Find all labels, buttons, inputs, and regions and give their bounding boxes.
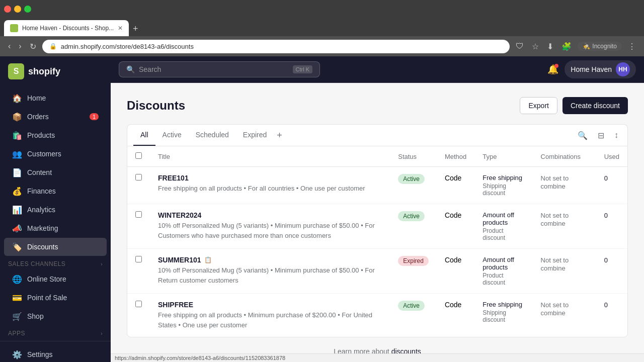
status-url: https://admin.shopify.com/store/de8143-a… — [115, 355, 285, 361]
type-main: Free shipping — [482, 174, 524, 182]
used-cell: 0 — [596, 249, 627, 294]
filter-button[interactable]: ⊟ — [595, 128, 607, 143]
search-filter-button[interactable]: 🔍 — [575, 128, 591, 143]
combinations-cell: Not set to combine — [533, 249, 596, 294]
type-sub: Product discount — [482, 227, 524, 241]
row-checkbox[interactable] — [135, 256, 142, 262]
sidebar-item-settings[interactable]: ⚙️ Settings — [4, 345, 107, 362]
method-cell: Code — [437, 204, 474, 249]
tab-scheduled[interactable]: Scheduled — [189, 125, 236, 146]
back-button[interactable]: ‹ — [6, 40, 13, 53]
sidebar-nav: 🏠 Home 📦 Orders 1 🛍️ Products 👥 Customer… — [0, 86, 111, 341]
discount-title: SHIPFREE — [158, 301, 382, 309]
refresh-button[interactable]: ↻ — [28, 40, 38, 53]
address-input[interactable]: 🔒 admin.shopify.com/store/de8143-a6/disc… — [42, 40, 510, 53]
download-icon[interactable]: ⬇ — [545, 40, 555, 53]
more-options-icon[interactable]: ⋮ — [626, 40, 638, 53]
row-checkbox[interactable] — [135, 174, 142, 180]
sidebar-item-shop[interactable]: 🛒 Shop — [4, 307, 107, 325]
create-discount-button[interactable]: Create discount — [562, 97, 628, 114]
sidebar-item-point-of-sale[interactable]: 💳 Point of Sale — [4, 289, 107, 307]
method-cell: Code — [437, 249, 474, 294]
sales-channels-section: Sales channels › — [0, 256, 111, 269]
tab-active[interactable]: Active — [155, 125, 189, 146]
finances-icon: 💰 — [12, 186, 22, 196]
tab-expired[interactable]: Expired — [236, 125, 274, 146]
search-shortcut-badge: Ctrl K — [293, 65, 313, 73]
analytics-icon: 📊 — [12, 205, 22, 215]
table-row[interactable]: WINTER2024 10% off Personalized Mug (5 v… — [127, 204, 627, 249]
shield-icon[interactable]: 🛡 — [514, 40, 526, 53]
used-count: 0 — [604, 212, 608, 219]
table-row[interactable]: SUMMER101 📋 10% off Personalized Mug (5 … — [127, 249, 627, 294]
new-tab-button[interactable]: + — [129, 22, 142, 36]
discounts-link[interactable]: discounts — [391, 347, 421, 353]
discounts-table-inner: Title Status Method Type Combinations Us… — [127, 146, 627, 337]
title-cell: SUMMER101 📋 10% off Personalized Mug (5 … — [150, 249, 390, 294]
sidebar-item-marketing[interactable]: 📣 Marketing — [4, 219, 107, 237]
sidebar-item-finances[interactable]: 💰 Finances — [4, 182, 107, 200]
table-row[interactable]: FREE101 Free shipping on all products • … — [127, 167, 627, 204]
page-header: Discounts Export Create discount — [127, 97, 628, 114]
notification-dot — [554, 64, 558, 68]
forward-button[interactable]: › — [17, 40, 23, 53]
notifications-button[interactable]: 🔔 — [547, 64, 558, 75]
combinations-value: Not set to combine — [541, 301, 569, 317]
used-count: 0 — [604, 174, 608, 182]
sidebar-item-label: Orders — [27, 113, 49, 121]
export-button[interactable]: Export — [520, 97, 557, 114]
used-count: 0 — [604, 256, 608, 264]
sidebar-item-label: Discounts — [27, 243, 58, 251]
combinations-value: Not set to combine — [541, 174, 569, 190]
star-icon[interactable]: ☆ — [530, 40, 541, 53]
discount-title: FREE101 — [158, 174, 382, 182]
minimize-window-button[interactable] — [14, 6, 21, 13]
sort-button[interactable]: ↕ — [611, 128, 621, 143]
add-filter-tab-button[interactable]: + — [274, 126, 285, 145]
method-cell: Code — [437, 294, 474, 337]
combinations-header: Combinations — [533, 146, 596, 167]
sidebar-item-content[interactable]: 📄 Content — [4, 163, 107, 182]
title-header: Title — [150, 146, 390, 167]
sidebar-item-label: Home — [27, 94, 46, 102]
shopify-icon: S — [8, 63, 24, 79]
maximize-window-button[interactable] — [24, 6, 31, 13]
incognito-icon: 🕵 — [583, 43, 590, 50]
extension-icon[interactable]: 🧩 — [559, 40, 574, 53]
used-cell: 0 — [596, 204, 627, 249]
select-all-checkbox[interactable] — [135, 152, 142, 159]
tab-all[interactable]: All — [133, 125, 155, 146]
sidebar-header: S shopify — [0, 56, 111, 86]
row-checkbox[interactable] — [135, 301, 142, 307]
products-icon: 🛍️ — [12, 130, 22, 140]
method-value: Code — [445, 211, 461, 219]
title-cell: FREE101 Free shipping on all products • … — [150, 167, 390, 204]
pos-icon: 💳 — [12, 293, 22, 303]
shopify-logo[interactable]: S shopify — [8, 63, 60, 79]
status-badge: Active — [398, 174, 425, 184]
title-cell: WINTER2024 10% off Personalized Mug (5 v… — [150, 204, 390, 249]
incognito-label: Incognito — [592, 43, 617, 50]
table-row[interactable]: SHIPFREE Free shipping on all products •… — [127, 294, 627, 337]
type-cell: Free shipping Shipping discount — [474, 294, 532, 337]
lock-icon: 🔒 — [49, 43, 57, 50]
combinations-value: Not set to combine — [541, 212, 569, 227]
copy-icon[interactable]: 📋 — [204, 256, 212, 263]
customers-icon: 👥 — [12, 149, 22, 159]
sidebar-item-label: Online Store — [27, 275, 66, 283]
sidebar-item-products[interactable]: 🛍️ Products — [4, 126, 107, 144]
sidebar-item-online-store[interactable]: 🌐 Online Store — [4, 270, 107, 288]
sidebar-item-discounts[interactable]: 🏷️ Discounts — [4, 238, 107, 256]
tab-close-icon[interactable]: ✕ — [118, 25, 123, 32]
row-checkbox[interactable] — [135, 211, 142, 218]
filter-tab-bar: All Active Scheduled Expired + 🔍 ⊟ ↕ — [127, 124, 628, 146]
sidebar-item-analytics[interactable]: 📊 Analytics — [4, 201, 107, 219]
settings-icon: ⚙️ — [12, 349, 22, 359]
sidebar-item-orders[interactable]: 📦 Orders 1 — [4, 108, 107, 126]
search-bar[interactable]: 🔍 Search Ctrl K — [119, 61, 320, 77]
sidebar-item-home[interactable]: 🏠 Home — [4, 89, 107, 107]
browser-tab[interactable]: Home Haven - Discounts - Shop... ✕ — [4, 20, 129, 36]
sidebar-item-customers[interactable]: 👥 Customers — [4, 145, 107, 163]
store-selector[interactable]: Home Haven HH — [565, 60, 636, 78]
close-window-button[interactable] — [4, 6, 11, 13]
